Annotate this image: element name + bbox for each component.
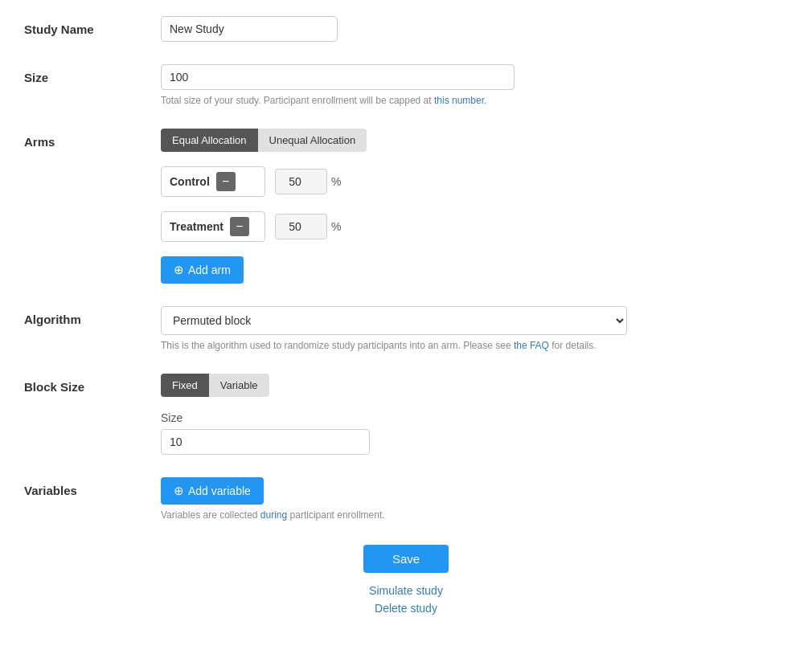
size-hint: Total size of your study. Participant en… (161, 95, 788, 106)
block-size-variable-button[interactable]: Variable (209, 374, 269, 397)
block-size-sub-label: Size (161, 411, 788, 424)
arms-allocation-group: Equal Allocation Unequal Allocation (161, 129, 788, 152)
save-button[interactable]: Save (363, 545, 449, 573)
treatment-arm-percent-symbol: % (331, 220, 341, 233)
equal-allocation-button[interactable]: Equal Allocation (161, 129, 258, 152)
treatment-arm-label-box: Treatment − (161, 211, 265, 242)
algorithm-select[interactable]: Permuted block Simple Stratified (161, 306, 627, 335)
add-variable-label: Add variable (188, 484, 251, 497)
treatment-arm-remove-button[interactable]: − (230, 217, 249, 236)
add-arm-label: Add arm (188, 264, 231, 276)
add-variable-icon: ⊕ (174, 484, 184, 498)
arms-content: Equal Allocation Unequal Allocation Cont… (161, 129, 788, 284)
treatment-arm-percent-input[interactable] (275, 214, 327, 239)
control-arm-row: Control − % (161, 166, 788, 197)
treatment-arm-name: Treatment (170, 220, 224, 233)
block-size-type-group: Fixed Variable (161, 374, 788, 397)
block-size-fixed-button[interactable]: Fixed (161, 374, 209, 397)
variables-label: Variables (24, 477, 161, 497)
block-size-content: Fixed Variable Size (161, 374, 788, 455)
delete-study-link[interactable]: Delete study (375, 602, 437, 615)
size-label: Size (24, 64, 161, 84)
control-arm-percent-input[interactable] (275, 169, 327, 194)
block-size-row: Block Size Fixed Variable Size (24, 374, 788, 455)
variables-row: Variables ⊕ Add variable Variables are c… (24, 477, 788, 521)
study-name-input[interactable] (161, 16, 338, 42)
block-size-input[interactable] (161, 429, 370, 455)
control-arm-label-box: Control − (161, 166, 265, 197)
algorithm-hint: This is the algorithm used to randomize … (161, 340, 788, 351)
study-name-label: Study Name (24, 16, 161, 36)
action-links: Simulate study Delete study (24, 584, 788, 615)
size-input[interactable] (161, 64, 515, 90)
algorithm-row: Algorithm Permuted block Simple Stratifi… (24, 306, 788, 351)
algorithm-label: Algorithm (24, 306, 161, 326)
algorithm-content: Permuted block Simple Stratified This is… (161, 306, 788, 351)
add-variable-button[interactable]: ⊕ Add variable (161, 477, 264, 505)
simulate-study-link[interactable]: Simulate study (369, 584, 443, 597)
study-name-content (161, 16, 788, 42)
variables-hint: Variables are collected during participa… (161, 509, 788, 521)
study-name-row: Study Name (24, 16, 788, 42)
arms-label: Arms (24, 129, 161, 149)
block-size-label: Block Size (24, 374, 161, 394)
size-content: Total size of your study. Participant en… (161, 64, 788, 106)
size-row: Size Total size of your study. Participa… (24, 64, 788, 106)
actions-section: Save Simulate study Delete study (24, 545, 788, 615)
control-arm-name: Control (170, 175, 210, 188)
variables-content: ⊕ Add variable Variables are collected d… (161, 477, 788, 521)
control-arm-percent-symbol: % (331, 175, 341, 188)
unequal-allocation-button[interactable]: Unequal Allocation (258, 129, 367, 152)
arms-row: Arms Equal Allocation Unequal Allocation… (24, 129, 788, 284)
add-arm-icon: ⊕ (174, 263, 184, 277)
treatment-arm-row: Treatment − % (161, 211, 788, 242)
add-arm-button[interactable]: ⊕ Add arm (161, 256, 244, 284)
control-arm-remove-button[interactable]: − (216, 172, 236, 191)
